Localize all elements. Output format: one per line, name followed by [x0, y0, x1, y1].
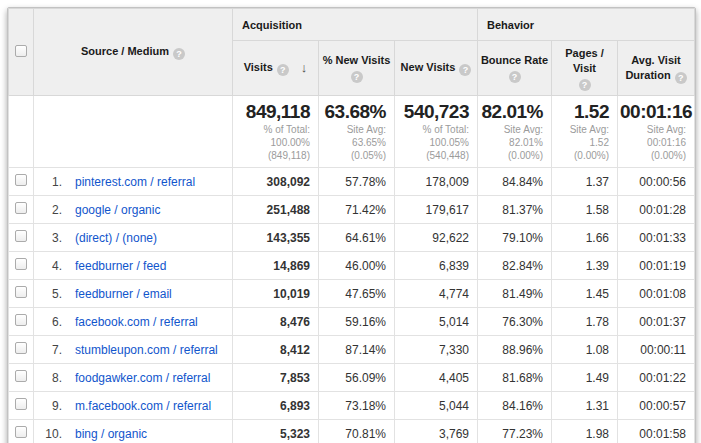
pages-visit-value: 1.39 — [552, 252, 618, 280]
source-medium-label: Source / Medium — [81, 45, 169, 57]
bounce-rate-value: 81.68% — [478, 364, 552, 392]
row-checkbox[interactable] — [15, 426, 27, 438]
summary-pct-new-visits-value: 63.68% — [321, 101, 386, 123]
source-medium-link[interactable]: feedburner / email — [75, 287, 172, 301]
visits-value: 308,092 — [233, 168, 319, 196]
avg-visit-duration-value: 00:00:11 — [618, 336, 695, 364]
summary-avg-visit-duration-value: 00:01:16 — [620, 101, 686, 123]
pct-new-visits-value: 70.81% — [319, 420, 395, 443]
select-all-checkbox[interactable] — [15, 45, 27, 57]
table-row: 8. foodgawker.com / referral 7,853 56.09… — [9, 364, 695, 392]
row-checkbox[interactable] — [15, 342, 27, 354]
column-header-new-visits[interactable]: New Visits? — [395, 41, 478, 96]
help-icon[interactable]: ? — [675, 72, 687, 84]
avg-visit-duration-value: 00:01:33 — [618, 224, 695, 252]
column-header-pages-visit[interactable]: Pages / Visit? — [552, 41, 618, 96]
new-visits-value: 92,622 — [395, 224, 478, 252]
avg-visit-duration-value: 00:01:28 — [618, 196, 695, 224]
help-icon[interactable]: ? — [277, 64, 289, 76]
row-checkbox[interactable] — [15, 202, 27, 214]
source-medium-link[interactable]: pinterest.com / referral — [75, 175, 195, 189]
table-row: 1. pinterest.com / referral 308,092 57.7… — [9, 168, 695, 196]
avg-visit-duration-value: 00:01:22 — [618, 364, 695, 392]
visits-value: 8,476 — [233, 308, 319, 336]
summary-bounce-rate-value: 82.01% — [480, 101, 543, 123]
visits-value: 7,853 — [233, 364, 319, 392]
column-header-source-medium[interactable]: Source / Medium? — [34, 9, 233, 96]
source-medium-cell: 1. pinterest.com / referral — [34, 168, 233, 196]
row-checkbox[interactable] — [15, 230, 27, 242]
summary-new-visits-value: 540,723 — [397, 101, 469, 123]
table-row: 3. (direct) / (none) 143,355 64.61% 92,6… — [9, 224, 695, 252]
new-visits-value: 4,774 — [395, 280, 478, 308]
pct-new-visits-value: 56.09% — [319, 364, 395, 392]
bounce-rate-value: 84.84% — [478, 168, 552, 196]
source-medium-link[interactable]: foodgawker.com / referral — [75, 371, 210, 385]
column-header-bounce-rate[interactable]: Bounce Rate? — [478, 41, 552, 96]
row-checkbox[interactable] — [15, 314, 27, 326]
summary-pages-visit-subtext: Site Avg: 1.52 (0.00%) — [554, 123, 609, 162]
row-checkbox-cell — [9, 280, 34, 308]
behavior-group-label: Behavior — [487, 19, 534, 31]
pages-visit-value: 1.66 — [552, 224, 618, 252]
row-checkbox[interactable] — [15, 370, 27, 382]
column-header-pct-new-visits[interactable]: % New Visits? — [319, 41, 395, 96]
summary-avg-visit-duration: 00:01:16 Site Avg: 00:01:16 (0.00%) — [618, 96, 695, 168]
summary-new-visits: 540,723 % of Total: 100.05% (540,448) — [395, 96, 478, 168]
table-row: 10. bing / organic 5,323 70.81% 3,769 77… — [9, 420, 695, 443]
source-medium-link[interactable]: bing / organic — [75, 427, 147, 441]
row-checkbox-cell — [9, 336, 34, 364]
pages-visit-value: 1.98 — [552, 420, 618, 443]
row-checkbox-cell — [9, 224, 34, 252]
source-medium-link[interactable]: stumbleupon.com / referral — [75, 343, 218, 357]
table-row: 5. feedburner / email 10,019 47.65% 4,77… — [9, 280, 695, 308]
help-icon[interactable]: ? — [579, 79, 591, 91]
row-index: 9. — [34, 399, 62, 413]
pct-new-visits-header-label: % New Visits — [323, 54, 391, 66]
summary-dimension-cell — [34, 96, 233, 168]
row-index: 4. — [34, 259, 62, 273]
row-checkbox[interactable] — [15, 398, 27, 410]
avg-visit-duration-value: 00:00:57 — [618, 392, 695, 420]
pages-visit-value: 1.45 — [552, 280, 618, 308]
row-index: 7. — [34, 343, 62, 357]
source-medium-cell: 10. bing / organic — [34, 420, 233, 443]
source-medium-link[interactable]: facebook.com / referral — [75, 315, 198, 329]
pct-new-visits-value: 47.65% — [319, 280, 395, 308]
visits-value: 5,323 — [233, 420, 319, 443]
source-medium-link[interactable]: m.facebook.com / referral — [75, 399, 211, 413]
column-header-avg-visit-duration[interactable]: Avg. Visit Duration? — [618, 41, 695, 96]
summary-row: 849,118 % of Total: 100.00% (849,118) 63… — [9, 96, 695, 168]
select-all-cell — [9, 9, 34, 96]
row-checkbox[interactable] — [15, 174, 27, 186]
pages-visit-value: 1.08 — [552, 336, 618, 364]
bounce-rate-value: 81.37% — [478, 196, 552, 224]
avg-visit-duration-value: 00:01:37 — [618, 308, 695, 336]
row-checkbox[interactable] — [15, 286, 27, 298]
row-index: 2. — [34, 203, 62, 217]
new-visits-value: 4,405 — [395, 364, 478, 392]
pages-visit-value: 1.78 — [552, 308, 618, 336]
bounce-rate-header-label: Bounce Rate — [481, 54, 548, 66]
column-header-visits[interactable]: Visits?↓ — [233, 41, 319, 96]
avg-visit-duration-value: 00:00:56 — [618, 168, 695, 196]
help-icon[interactable]: ? — [173, 48, 185, 60]
sort-descending-icon[interactable]: ↓ — [301, 60, 308, 75]
summary-bounce-rate: 82.01% Site Avg: 82.01% (0.00%) — [478, 96, 552, 168]
help-icon[interactable]: ? — [459, 64, 471, 76]
row-checkbox[interactable] — [15, 258, 27, 270]
pages-visit-value: 1.49 — [552, 364, 618, 392]
source-medium-link[interactable]: google / organic — [75, 203, 160, 217]
source-medium-cell: 3. (direct) / (none) — [34, 224, 233, 252]
summary-visits-subtext: % of Total: 100.00% (849,118) — [235, 123, 310, 162]
visits-value: 6,893 — [233, 392, 319, 420]
pct-new-visits-value: 71.42% — [319, 196, 395, 224]
source-medium-cell: 2. google / organic — [34, 196, 233, 224]
help-icon[interactable]: ? — [351, 71, 363, 83]
source-medium-link[interactable]: feedburner / feed — [75, 259, 166, 273]
row-checkbox-cell — [9, 392, 34, 420]
source-medium-link[interactable]: (direct) / (none) — [75, 231, 157, 245]
visits-value: 251,488 — [233, 196, 319, 224]
help-icon[interactable]: ? — [509, 71, 521, 83]
new-visits-value: 3,769 — [395, 420, 478, 443]
